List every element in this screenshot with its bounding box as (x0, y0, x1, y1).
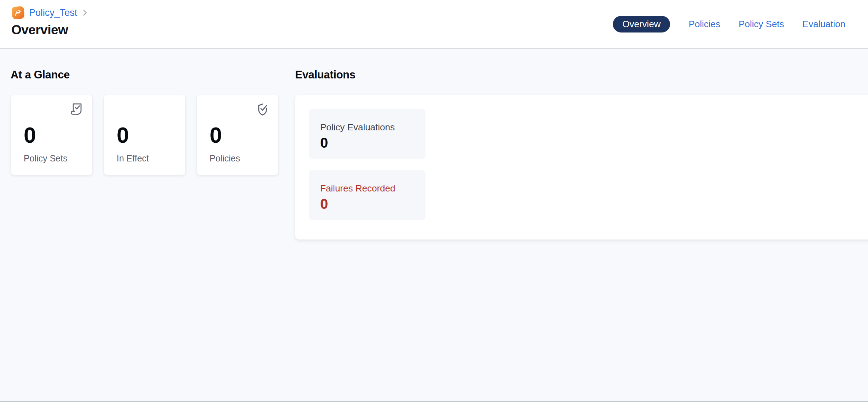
evaluations-section: Evaluations Policy Evaluations 0 Failure… (295, 69, 868, 240)
failures-recorded-label: Failures Recorded (320, 183, 414, 194)
stat-label: Policy Sets (24, 153, 84, 164)
failures-recorded-value: 0 (320, 197, 414, 211)
evaluations-heading: Evaluations (295, 69, 868, 81)
tab-evaluation[interactable]: Evaluation (803, 19, 845, 30)
failures-recorded-tile: Failures Recorded 0 (309, 170, 426, 220)
at-a-glance-heading: At a Glance (11, 69, 278, 81)
policy-evaluations-label: Policy Evaluations (320, 122, 414, 133)
stat-value: 0 (24, 124, 84, 146)
glance-cards-row: 0 Policy Sets 0 In Effect 0 Polici (11, 95, 278, 175)
policy-evaluations-value: 0 (320, 136, 414, 150)
shield-check-icon (256, 102, 269, 117)
tab-policies[interactable]: Policies (688, 19, 720, 30)
stat-label: In Effect (117, 153, 177, 164)
scroll-check-icon (70, 102, 83, 118)
stat-label: Policies (210, 153, 270, 164)
sentinel-policy-logo-icon (11, 6, 25, 19)
tab-policy-sets[interactable]: Policy Sets (739, 19, 784, 30)
breadcrumb-org-link[interactable]: Policy_Test (29, 7, 77, 18)
page-header: Policy_Test Overview Overview Policies P… (0, 0, 868, 49)
policy-evaluations-tile: Policy Evaluations 0 (309, 109, 426, 159)
app-viewport: Policy_Test Overview Overview Policies P… (0, 0, 868, 402)
chevron-right-icon (82, 8, 88, 17)
evaluations-card: Policy Evaluations 0 Failures Recorded 0 (295, 95, 868, 240)
stat-card-policy-sets: 0 Policy Sets (11, 95, 93, 175)
tab-overview[interactable]: Overview (613, 16, 670, 32)
stat-value: 0 (210, 124, 270, 146)
stat-card-policies: 0 Policies (197, 95, 278, 175)
stat-card-in-effect: 0 In Effect (104, 95, 186, 175)
stat-value: 0 (117, 124, 177, 146)
at-a-glance-section: At a Glance 0 Policy Sets (11, 69, 278, 175)
top-nav: Overview Policies Policy Sets Evaluation (613, 16, 845, 32)
main-content: At a Glance 0 Policy Sets (0, 49, 868, 240)
